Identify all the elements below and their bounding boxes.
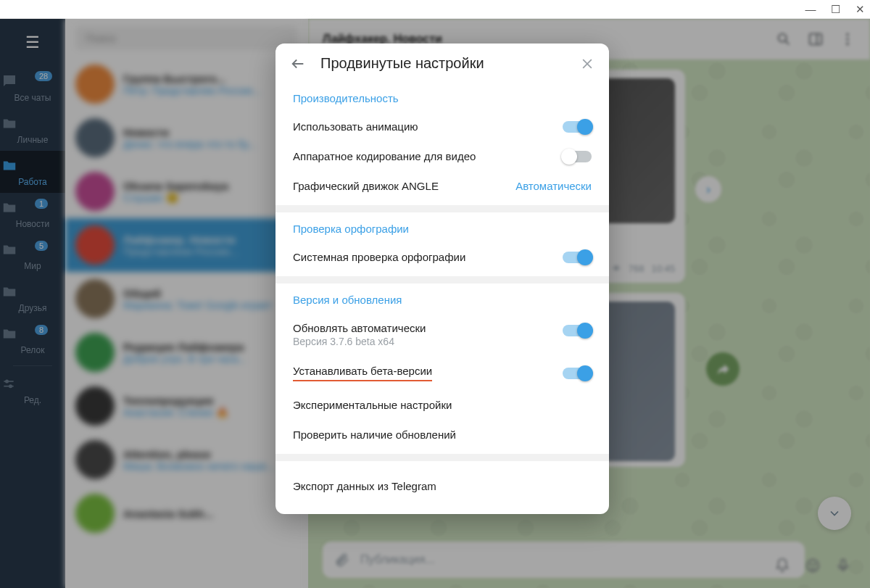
close-button[interactable] (580, 57, 594, 71)
section-divider (276, 454, 609, 461)
row-label: Экспериментальные настройки (293, 399, 592, 411)
window-titlebar: — ☐ ✕ (0, 0, 870, 19)
row-install-beta[interactable]: Устанавливать бета-версии (293, 356, 592, 390)
section-title: Производительность (293, 92, 592, 104)
row-system-spellcheck[interactable]: Системная проверка орфографии (293, 242, 592, 272)
toggle-install-beta[interactable] (563, 368, 592, 379)
section-divider (276, 276, 609, 283)
row-check-updates[interactable]: Проверить наличие обновлений (293, 420, 592, 450)
section-performance: Производительность Использовать анимацию… (276, 82, 609, 205)
row-label: Экспорт данных из Telegram (293, 480, 592, 492)
modal-title: Продвинутые настройки (320, 55, 484, 72)
toggle-hw-encoding[interactable] (563, 151, 592, 162)
toggle-animation[interactable] (563, 121, 592, 133)
section-spellcheck: Проверка орфографии Системная проверка о… (276, 212, 609, 276)
row-label: Обновлять автоматически Версия 3.7.6 bet… (293, 322, 563, 347)
advanced-settings-modal: Продвинутые настройки Производительность… (276, 44, 609, 514)
section-divider (276, 205, 609, 212)
close-window-button[interactable]: ✕ (854, 3, 866, 16)
minimize-button[interactable]: — (805, 3, 816, 15)
back-button[interactable] (290, 56, 306, 72)
maximize-button[interactable]: ☐ (829, 3, 841, 16)
version-text: Версия 3.7.6 beta x64 (293, 336, 563, 347)
row-label: Аппаратное кодирование для видео (293, 150, 563, 162)
row-value: Автоматически (515, 180, 592, 192)
toggle-spellcheck[interactable] (563, 252, 592, 263)
section-version: Версия и обновления Обновлять автоматиче… (276, 283, 609, 454)
row-label: Использовать анимацию (293, 120, 563, 133)
toggle-auto-update[interactable] (563, 325, 592, 336)
row-use-animation[interactable]: Использовать анимацию (293, 112, 592, 141)
row-export-data[interactable]: Экспорт данных из Telegram (293, 471, 592, 501)
row-label: Графический движок ANGLE (293, 180, 515, 192)
row-angle-engine[interactable]: Графический движок ANGLE Автоматически (293, 171, 592, 201)
row-label: Системная проверка орфографии (293, 251, 563, 263)
row-label: Проверить наличие обновлений (293, 428, 592, 441)
section-title: Проверка орфографии (293, 223, 592, 235)
row-experimental[interactable]: Экспериментальные настройки (293, 390, 592, 420)
row-label: Устанавливать бета-версии (293, 365, 563, 381)
section-export: Экспорт данных из Telegram (276, 461, 609, 514)
row-auto-update[interactable]: Обновлять автоматически Версия 3.7.6 bet… (293, 313, 592, 356)
row-hw-encoding[interactable]: Аппаратное кодирование для видео (293, 141, 592, 171)
section-title: Версия и обновления (293, 294, 592, 306)
